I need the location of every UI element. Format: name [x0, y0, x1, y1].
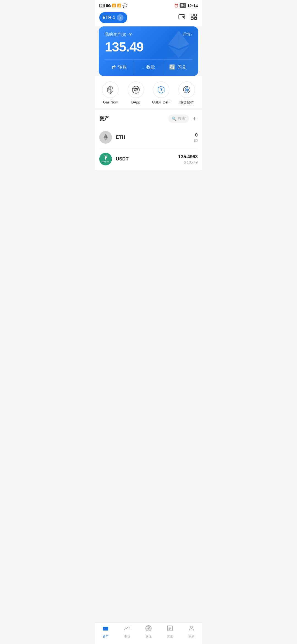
svg-marker-10: [179, 31, 189, 49]
eth-logo: [99, 131, 112, 144]
usdt-defi-icon: ₮: [153, 81, 169, 98]
bottom-nav: 资产 市场 发现: [95, 623, 202, 644]
alarm-icon: ⏰: [174, 4, 178, 8]
svg-text:EVM: EVM: [185, 89, 189, 91]
scan-button[interactable]: [190, 13, 198, 22]
quick-item-quick-chain[interactable]: EVM 快捷加链: [176, 81, 198, 105]
gas-now-icon: [102, 81, 119, 98]
wechat-icon: 💬: [122, 3, 127, 8]
profile-nav-icon: [188, 625, 195, 633]
status-left: HD 5G 📶 📶 💬: [99, 3, 127, 8]
search-box[interactable]: 🔍 搜索: [168, 114, 189, 123]
market-nav-icon: [124, 625, 130, 633]
svg-rect-38: [104, 629, 105, 629]
news-nav-label: 资讯: [167, 634, 173, 638]
status-right: ⏰ 64 12:14: [174, 3, 198, 8]
gas-now-label: Gas Now: [103, 100, 118, 104]
assets-section: 资产 🔍 搜索 ＋ ETH 0 $0 ₮ ERC20: [95, 110, 202, 170]
quick-access: Gas Now DApp ₮ USDT DeFi: [95, 76, 202, 108]
svg-rect-6: [191, 17, 193, 20]
discover-nav-icon: [145, 625, 152, 633]
network-arrow: ›: [117, 14, 123, 21]
svg-rect-7: [194, 17, 197, 20]
wallet-add-button[interactable]: [178, 13, 186, 22]
swap-icon: 🔄: [169, 64, 175, 70]
network-badge[interactable]: ETH-1 ›: [99, 12, 127, 23]
receive-label: 收款: [146, 64, 155, 70]
asset-actions: ⇄ 转账 ↓ 收款 🔄 闪兑: [105, 59, 192, 75]
eye-icon[interactable]: 👁: [128, 32, 133, 37]
add-asset-button[interactable]: ＋: [192, 114, 198, 123]
eth-amount: 0: [194, 132, 198, 138]
usdt-balance: 135.4963 $ 135.49: [178, 154, 198, 164]
time-display: 12:14: [187, 3, 198, 8]
receive-icon: ↓: [142, 64, 144, 70]
quick-chain-icon: EVM: [178, 81, 195, 98]
header: ETH-1 ›: [95, 10, 202, 26]
svg-rect-37: [103, 627, 108, 628]
eth-usd: $0: [194, 138, 198, 143]
nav-item-discover[interactable]: 发现: [140, 625, 157, 638]
svg-text:₮: ₮: [160, 88, 163, 91]
quick-item-usdt-defi[interactable]: ₮ USDT DeFi: [150, 81, 172, 105]
receive-button[interactable]: ↓ 收款: [134, 60, 163, 75]
assets-header: 资产 🔍 搜索 ＋: [99, 114, 198, 123]
asset-label-text: 我的资产($): [105, 32, 126, 37]
asset-card: 我的资产($) 👁 详情 › 135.49 ⇄ 转账 ↓ 收款 🔄 闪兑: [99, 26, 198, 76]
usdt-amount: 135.4963: [178, 154, 198, 160]
search-icon: 🔍: [172, 116, 176, 121]
quick-item-gas-now[interactable]: Gas Now: [99, 81, 121, 105]
nav-item-news[interactable]: 资讯: [162, 625, 178, 638]
svg-rect-36: [103, 627, 108, 631]
network-signal: 5G: [106, 4, 111, 8]
network-label: ETH-1: [103, 15, 115, 20]
nav-item-market[interactable]: 市场: [119, 625, 135, 638]
profile-nav-label: 我的: [188, 634, 194, 638]
quick-chain-label: 快捷加链: [180, 100, 194, 105]
svg-rect-4: [191, 14, 193, 16]
dapp-label: DApp: [131, 100, 140, 104]
assets-nav-label: 资产: [103, 634, 109, 638]
swap-label: 闪兑: [177, 64, 186, 70]
signal-bars: 📶: [112, 4, 116, 7]
token-item-eth[interactable]: ETH 0 $0: [99, 127, 198, 148]
transfer-button[interactable]: ⇄ 转账: [105, 60, 134, 75]
swap-button[interactable]: 🔄 闪兑: [163, 60, 192, 75]
wifi-icon: 📶: [117, 4, 121, 7]
nav-item-assets[interactable]: 资产: [97, 625, 114, 638]
transfer-label: 转账: [118, 64, 127, 70]
nav-item-profile[interactable]: 我的: [183, 625, 200, 638]
svg-marker-13: [109, 88, 111, 91]
asset-label: 我的资产($) 👁: [105, 32, 133, 37]
eth-token-name: ETH: [116, 135, 194, 140]
quick-item-dapp[interactable]: DApp: [125, 81, 147, 105]
usdt-logo: ₮ ERC20: [99, 153, 112, 165]
eth-watermark: [164, 29, 194, 61]
assets-title: 资产: [99, 115, 109, 122]
dapp-icon: [128, 81, 144, 98]
svg-line-46: [148, 627, 150, 628]
discover-nav-label: 发现: [145, 634, 152, 638]
eth-balance: 0 $0: [194, 132, 198, 143]
token-item-usdt[interactable]: ₮ ERC20 USDT 135.4963 $ 135.49: [99, 148, 198, 170]
transfer-icon: ⇄: [112, 64, 116, 70]
usdt-token-name: USDT: [116, 156, 178, 162]
usdt-defi-label: USDT DeFi: [152, 100, 170, 104]
usdt-usd: $ 135.49: [178, 160, 198, 164]
hd-indicator: HD: [99, 4, 105, 7]
market-nav-label: 市场: [124, 634, 130, 638]
battery-level: 64: [180, 3, 186, 8]
news-nav-icon: [167, 625, 173, 633]
assets-nav-icon: [102, 625, 109, 633]
search-placeholder: 搜索: [178, 116, 186, 121]
status-bar: HD 5G 📶 📶 💬 ⏰ 64 12:14: [95, 0, 202, 10]
svg-rect-5: [194, 14, 197, 16]
svg-marker-34: [106, 134, 108, 138]
header-icons: [178, 13, 198, 22]
svg-point-51: [190, 626, 193, 628]
assets-controls: 🔍 搜索 ＋: [168, 114, 198, 123]
